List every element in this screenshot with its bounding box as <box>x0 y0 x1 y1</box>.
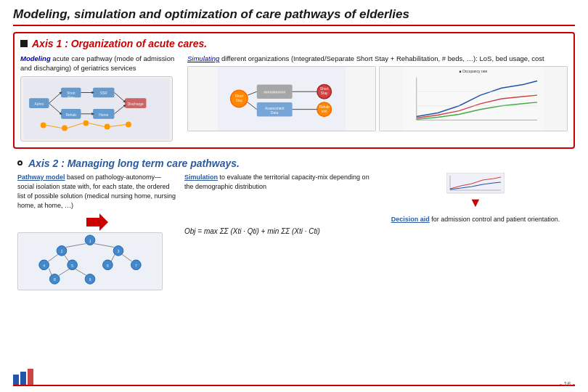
svg-marker-54 <box>86 213 108 231</box>
svg-text:Home: Home <box>99 113 108 116</box>
axis2-sim-area: Simulation to evaluate the territorial c… <box>184 173 375 195</box>
svg-text:###########: ########### <box>264 91 285 94</box>
svg-text:4: 4 <box>43 264 45 268</box>
svg-text:7: 7 <box>135 264 137 268</box>
axis2-header: Axis 2 : Managing long term care pathway… <box>17 158 571 169</box>
axis2-content: Pathway model based on pathology-autonom… <box>17 173 571 290</box>
network-diagram-left: Admit Short Stay Rehab SSR Home Discharg… <box>20 76 173 142</box>
svg-rect-88 <box>28 369 33 385</box>
svg-text:unit: unit <box>322 110 328 113</box>
axis2-network-diagram: 1 2 3 4 5 6 7 8 <box>17 232 163 290</box>
decision-text: Decision aid for admission control and p… <box>391 215 560 224</box>
simulating-keyword: Simulating <box>187 54 219 62</box>
pathway-model-keyword: Pathway model <box>17 173 65 181</box>
svg-text:Admit: Admit <box>35 102 44 106</box>
axis1-bullet-icon <box>20 40 28 47</box>
axis2-section: Axis 2 : Managing long term care pathway… <box>13 155 575 382</box>
axis2-left-panel: Pathway model based on pathology-autonom… <box>17 173 177 290</box>
capacity-chart <box>446 173 505 195</box>
svg-text:Short: Short <box>320 88 329 91</box>
modeling-keyword: Modeling <box>20 54 51 62</box>
axis2-title: Axis 2 : Managing long term care pathway… <box>28 158 240 169</box>
svg-point-20 <box>41 122 46 128</box>
svg-text:8: 8 <box>54 278 56 282</box>
axis2-bullet-icon <box>17 160 23 166</box>
svg-text:Data: Data <box>271 111 279 115</box>
bottom-divider <box>13 385 575 386</box>
svg-text:2: 2 <box>61 250 63 253</box>
svg-point-21 <box>62 125 68 131</box>
svg-text:5: 5 <box>71 264 73 268</box>
page-number: - 16 - <box>560 380 575 388</box>
axis1-left-text: Modeling acute care pathway (mode of adm… <box>20 54 180 73</box>
formula-area: Obj = max ΣΣ (Xti · Qti) + min ΣΣ (Xti ·… <box>184 227 571 235</box>
svg-point-22 <box>83 120 89 126</box>
axis2-left-text: Pathway model based on pathology-autonom… <box>17 173 177 211</box>
svg-text:1: 1 <box>89 239 91 242</box>
svg-text:Stay: Stay <box>235 99 242 102</box>
svg-text:Stay: Stay <box>321 91 328 95</box>
svg-text:Rehab: Rehab <box>319 105 330 109</box>
axis2-right-visuals: ▼ Decision aid for admission control and… <box>380 173 571 224</box>
page-title: Modeling, simulation and optimization of… <box>13 7 575 26</box>
svg-text:Short: Short <box>235 94 244 98</box>
svg-point-24 <box>126 121 131 127</box>
svg-rect-86 <box>13 375 19 385</box>
svg-text:Rehab: Rehab <box>66 113 77 116</box>
decision-text-body: for admission control and patient orient… <box>430 216 560 223</box>
sim-flow-diagram: Short Stay ########### Assessment Data S… <box>187 66 376 131</box>
down-arrow-icon: ▼ <box>469 196 482 209</box>
axis1-content: Modeling acute care pathway (mode of adm… <box>20 54 568 142</box>
logo-icon <box>13 369 33 385</box>
axis1-header: Axis 1 : Organization of acute cares. <box>20 38 568 49</box>
axis1-section: Axis 1 : Organization of acute cares. Mo… <box>13 32 575 149</box>
svg-text:6: 6 <box>107 264 109 268</box>
svg-text:■ Occupancy rate: ■ Occupancy rate <box>460 70 488 73</box>
svg-text:9: 9 <box>89 278 91 282</box>
axis1-right-text: Simulating different organizations (Inte… <box>187 54 568 63</box>
svg-text:Stay: Stay <box>68 96 75 99</box>
svg-text:SSR: SSR <box>100 91 108 95</box>
formula-text: Obj = max ΣΣ (Xti · Qti) + min ΣΣ (Xti ·… <box>184 227 320 235</box>
axis2-right-panel: Simulation to evaluate the territorial c… <box>184 173 571 290</box>
logo-area <box>13 369 33 388</box>
svg-text:Assessment: Assessment <box>265 107 285 110</box>
axis1-left-panel: Modeling acute care pathway (mode of adm… <box>20 54 180 142</box>
svg-text:Short: Short <box>67 91 75 95</box>
svg-text:Discharge: Discharge <box>128 102 144 106</box>
svg-point-23 <box>105 123 110 129</box>
sim-chart-diagram: ■ Occupancy rate <box>379 66 568 131</box>
axis1-right-panel: Simulating different organizations (Inte… <box>187 54 568 142</box>
simulation-diagrams: Short Stay ########### Assessment Data S… <box>187 66 568 131</box>
right-arrow-icon <box>86 213 108 231</box>
svg-rect-87 <box>20 372 26 385</box>
main-page: Modeling, simulation and optimization of… <box>0 0 588 392</box>
simulation-keyword: Simulation <box>184 173 218 181</box>
axis1-right-text-body: different organizations (Integrated/Sepa… <box>219 54 544 62</box>
axis2-sim-text: Simulation to evaluate the territorial c… <box>184 173 375 192</box>
svg-text:3: 3 <box>118 250 120 253</box>
axis1-title: Axis 1 : Organization of acute cares. <box>32 38 207 49</box>
decision-aid-keyword: Decision aid <box>391 216 430 223</box>
